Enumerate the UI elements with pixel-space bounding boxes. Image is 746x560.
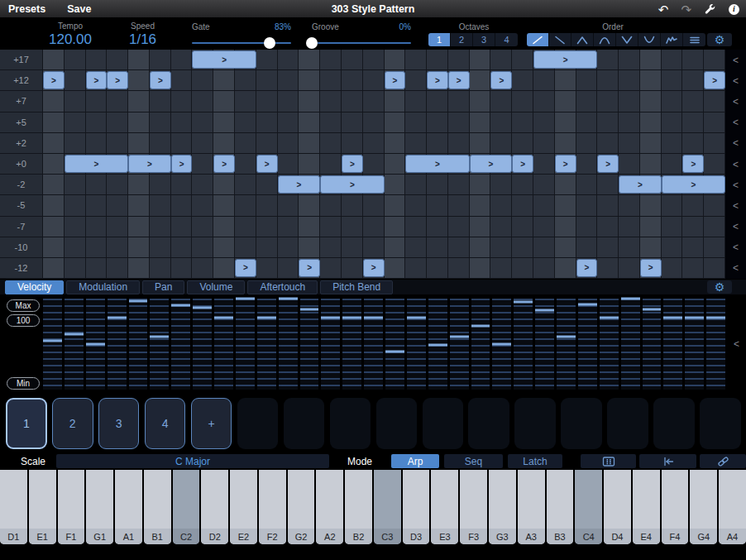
- link-button[interactable]: [700, 454, 746, 468]
- grid-cell[interactable]: [363, 217, 385, 237]
- grid-cell[interactable]: [128, 237, 150, 257]
- grid-cell[interactable]: [235, 133, 256, 153]
- row-end-marker[interactable]: <: [725, 195, 746, 216]
- grid-cell[interactable]: [320, 217, 342, 237]
- grid-cell[interactable]: [662, 217, 683, 237]
- grid-cell[interactable]: [150, 112, 171, 132]
- grid-cell[interactable]: [682, 50, 704, 69]
- grid-cell[interactable]: [448, 50, 470, 69]
- grid-cell[interactable]: [299, 70, 320, 90]
- key-C4[interactable]: C4: [575, 470, 602, 544]
- pattern-slot-empty[interactable]: [376, 398, 418, 449]
- velocity-column[interactable]: [621, 299, 640, 390]
- grid-cell[interactable]: [299, 112, 320, 132]
- grid-cell[interactable]: [128, 195, 150, 215]
- grid-cell[interactable]: [65, 195, 86, 215]
- grid-cell[interactable]: [470, 133, 491, 153]
- grid-cell[interactable]: [192, 154, 213, 174]
- grid-cell[interactable]: [533, 91, 555, 111]
- row-end-marker[interactable]: <: [725, 154, 746, 175]
- grid-cell[interactable]: [662, 91, 683, 111]
- speed-value[interactable]: 1/16: [99, 31, 186, 48]
- grid-cell[interactable]: [320, 195, 342, 215]
- speed-control[interactable]: Speed 1/16: [99, 22, 186, 48]
- grid-cell[interactable]: [682, 70, 704, 90]
- key-F4[interactable]: F4: [662, 470, 689, 544]
- grid-cell[interactable]: [278, 112, 299, 132]
- velocity-column[interactable]: [321, 299, 340, 390]
- row-end-marker[interactable]: <: [725, 237, 746, 258]
- order-random-button[interactable]: [661, 33, 683, 46]
- grid-cell[interactable]: [342, 50, 363, 69]
- grid-cell[interactable]: [150, 91, 171, 111]
- grid-cell[interactable]: [65, 175, 86, 194]
- grid-cell[interactable]: [682, 112, 704, 132]
- key-A1[interactable]: A1: [115, 470, 142, 544]
- grid-cell[interactable]: [65, 258, 86, 278]
- grid-cell[interactable]: [555, 91, 576, 111]
- grid-cell[interactable]: [128, 70, 150, 90]
- note[interactable]: >: [427, 71, 448, 89]
- grid-cell[interactable]: [342, 70, 363, 90]
- grid-cell[interactable]: [576, 112, 598, 132]
- velocity-column[interactable]: [407, 299, 426, 390]
- grid-cell[interactable]: [320, 133, 342, 153]
- mode-button-latch[interactable]: Latch: [508, 454, 562, 468]
- grid-cell[interactable]: [490, 91, 512, 111]
- grid-cell[interactable]: [363, 91, 385, 111]
- grid-cell[interactable]: [150, 258, 171, 278]
- grid-cell[interactable]: [86, 258, 108, 278]
- note[interactable]: >: [640, 259, 662, 277]
- grid-cell[interactable]: [512, 217, 533, 237]
- grid-cell[interactable]: [43, 217, 65, 237]
- redo-icon[interactable]: ↷: [681, 3, 691, 16]
- grid-cell[interactable]: [171, 91, 193, 111]
- note[interactable]: >: [342, 155, 363, 173]
- grid-cell[interactable]: [43, 237, 65, 257]
- grid-cell[interactable]: [619, 50, 640, 69]
- grid-cell[interactable]: [576, 91, 598, 111]
- grid-cell[interactable]: [427, 175, 448, 194]
- grid-cell[interactable]: [662, 70, 683, 90]
- row-end-marker[interactable]: <: [725, 258, 746, 279]
- order-as-played-button[interactable]: [683, 33, 705, 46]
- velocity-column[interactable]: [663, 299, 682, 390]
- key-E4[interactable]: E4: [633, 470, 660, 544]
- grid-cell[interactable]: [150, 175, 171, 194]
- grid-cell[interactable]: [662, 133, 683, 153]
- key-B3[interactable]: B3: [547, 470, 574, 544]
- grid-cell[interactable]: [385, 154, 406, 174]
- key-A2[interactable]: A2: [316, 470, 343, 544]
- note[interactable]: >: [662, 175, 725, 194]
- grid-cell[interactable]: [704, 133, 725, 153]
- grid-cell[interactable]: [533, 112, 555, 132]
- groove-slider-knob[interactable]: [306, 37, 318, 49]
- grid-cell[interactable]: [107, 112, 128, 132]
- note[interactable]: >: [576, 259, 598, 277]
- grid-cell[interactable]: [278, 195, 299, 215]
- grid-cell[interactable]: [555, 217, 576, 237]
- grid-cell[interactable]: [427, 133, 448, 153]
- grid-cell[interactable]: [385, 112, 406, 132]
- note[interactable]: >: [192, 50, 256, 69]
- grid-cell[interactable]: [192, 195, 213, 215]
- pattern-slot-empty[interactable]: [607, 398, 648, 449]
- grid-cell[interactable]: [662, 112, 683, 132]
- grid-cell[interactable]: [107, 175, 128, 194]
- grid-cell[interactable]: [470, 237, 491, 257]
- grid-cell[interactable]: [107, 91, 128, 111]
- velocity-column[interactable]: [492, 299, 511, 390]
- grid-cell[interactable]: [192, 70, 213, 90]
- grid-cell[interactable]: [533, 237, 555, 257]
- grid-cell[interactable]: [43, 195, 65, 215]
- grid-cell[interactable]: [150, 133, 171, 153]
- grid-cell[interactable]: [490, 50, 512, 69]
- grid-cell[interactable]: [342, 217, 363, 237]
- grid-cell[interactable]: [213, 217, 235, 237]
- grid-cell[interactable]: [640, 154, 662, 174]
- grid-cell[interactable]: [597, 70, 619, 90]
- grid-cell[interactable]: [192, 91, 213, 111]
- key-B2[interactable]: B2: [345, 470, 372, 544]
- grid-cell[interactable]: [256, 258, 278, 278]
- velocity-column[interactable]: [535, 299, 554, 390]
